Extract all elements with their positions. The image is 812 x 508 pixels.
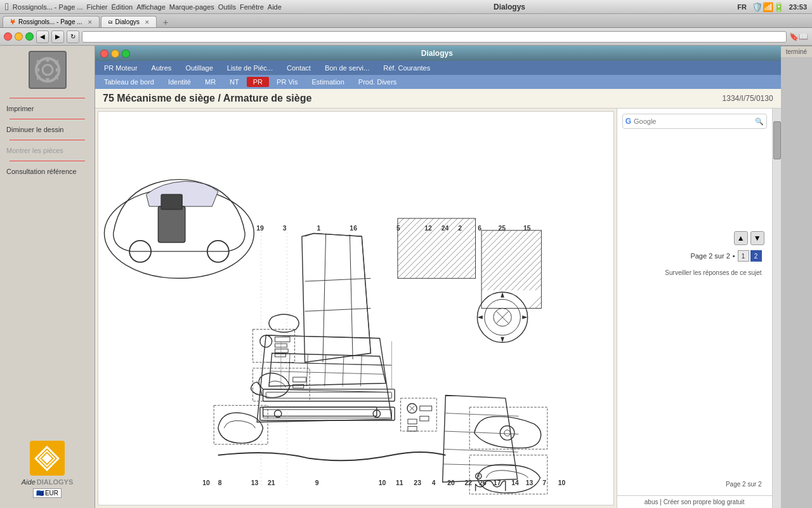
svg-text:11: 11	[396, 479, 403, 486]
part-num-19: 19	[256, 225, 264, 232]
sidebar-divider-1	[10, 98, 85, 98]
window-close-button[interactable]	[4, 32, 12, 41]
surveiller-text[interactable]: Surveiller les réponses de ce sujet	[622, 267, 767, 279]
eur-badge: 🇪🇺 EUR	[33, 488, 62, 498]
submenu-identite[interactable]: Identité	[162, 77, 197, 87]
svg-rect-18	[161, 194, 182, 210]
sidebar-divider-3	[10, 140, 85, 140]
page-num-1[interactable]: 1	[738, 250, 749, 262]
apple-icon[interactable]: 	[5, 1, 9, 13]
dialogys-label: DIALOGYS	[37, 478, 73, 486]
os-menu-item[interactable]: Aide	[268, 3, 282, 11]
diagram-and-panel: 19 3 1 16 5 12 24 2 6 25 15	[95, 109, 781, 508]
app-title: Dialogys	[421, 49, 453, 58]
page-num-2[interactable]: 2	[750, 250, 762, 262]
browser-forward-button[interactable]: ▶	[51, 30, 64, 43]
google-search-bar: G 🔍	[622, 114, 767, 129]
svg-rect-17	[158, 206, 185, 243]
svg-text:23: 23	[414, 479, 421, 486]
browser-tab-1[interactable]: 🗂 Dialogys ✕	[101, 16, 157, 27]
browser-scrollbar[interactable]	[772, 109, 781, 508]
scroll-up-button[interactable]: ▲	[734, 231, 748, 245]
os-menubar:  Rossignols... - Page ... Fichier Éditi…	[0, 0, 812, 14]
part-num-1: 1	[317, 225, 320, 232]
right-panel-spacer	[622, 129, 767, 229]
aide-dialogys: Aide DIALOGYS	[22, 478, 73, 486]
submenu-mr[interactable]: MR	[199, 77, 222, 87]
scroll-down-button[interactable]: ▼	[750, 231, 764, 245]
part-num-16: 16	[350, 225, 357, 232]
menu-contact[interactable]: Contact	[280, 63, 317, 73]
os-menu-item[interactable]: Édition	[112, 3, 133, 11]
os-menu-item[interactable]: Rossignols... - Page ...	[13, 3, 83, 11]
menu-liste-pieces[interactable]: Liste de Piéc...	[221, 63, 279, 73]
os-time: 23:53	[789, 3, 807, 11]
svg-text:20: 20	[447, 479, 455, 486]
sidebar: Imprimer Diminuer le dessin Montrer les …	[0, 46, 95, 508]
tab-label-1: Dialogys	[115, 18, 140, 25]
svg-text:7: 7	[542, 479, 546, 486]
window-minimize-button[interactable]	[15, 32, 23, 41]
tab-close-1[interactable]: ✕	[145, 19, 150, 25]
google-search-input[interactable]	[634, 117, 752, 125]
page-info: Page 2 sur 2 • 1 2	[622, 248, 767, 267]
address-bar[interactable]	[82, 31, 787, 43]
submenu-estimation[interactable]: Estimation	[305, 77, 350, 87]
sidebar-link-montrer[interactable]: Montrer les pièces	[0, 144, 95, 157]
submenu-pr[interactable]: PR	[247, 77, 269, 87]
os-menu-item[interactable]: Marque-pages	[169, 3, 214, 11]
google-search-button[interactable]: 🔍	[755, 117, 764, 126]
app-close-button[interactable]	[100, 50, 108, 58]
submenu-prod-divers[interactable]: Prod. Divers	[352, 77, 403, 87]
browser-reload-button[interactable]: ↻	[67, 30, 79, 43]
svg-point-1	[43, 65, 53, 75]
browser-back-button[interactable]: ◀	[36, 30, 49, 43]
os-menu-item[interactable]: Fichier	[87, 3, 108, 11]
aide-label: Aide	[22, 478, 36, 486]
submenu-nt[interactable]: NT	[223, 77, 246, 87]
eur-label: EUR	[45, 490, 58, 497]
os-menu-item[interactable]: Outils	[218, 3, 236, 11]
os-title: Dialogys	[494, 3, 525, 11]
os-menu-item[interactable]: Fenêtre	[240, 3, 264, 11]
menu-outillage[interactable]: Outillage	[179, 63, 219, 73]
scrollbar-thumb[interactable]	[773, 121, 781, 159]
footer-text: abus | Créer son propre blog gratuit	[645, 498, 745, 505]
svg-text:8: 8	[218, 479, 222, 486]
menu-ref-courantes[interactable]: Réf. Courantes	[377, 63, 436, 73]
page-info-text: Page 2 sur 2	[690, 252, 730, 260]
right-panel: G 🔍 ▲ ▼	[617, 109, 772, 508]
menu-autres[interactable]: Autres	[145, 63, 178, 73]
menu-bon-service[interactable]: Bon de servi...	[318, 63, 376, 73]
app-max-button[interactable]	[122, 50, 130, 58]
sidebar-divider-2	[10, 119, 85, 119]
os-menu-item[interactable]: Affichage	[136, 3, 166, 11]
browser-tab-0[interactable]: 🦊 Rossignols... - Page ... ✕	[3, 16, 100, 27]
svg-point-0	[36, 58, 59, 81]
diagram-area: 19 3 1 16 5 12 24 2 6 25 15	[98, 111, 614, 505]
svg-text:4: 4	[432, 479, 436, 486]
main-container: Imprimer Diminuer le dessin Montrer les …	[0, 46, 812, 508]
right-bottom-page-info: Page 2 sur 2	[622, 478, 767, 490]
app-titlebar: Dialogys	[95, 46, 781, 61]
svg-text:10: 10	[558, 479, 566, 486]
sidebar-link-imprimer[interactable]: Imprimer	[0, 102, 95, 115]
sidebar-link-consultation[interactable]: Consultation référence	[0, 165, 95, 178]
tab-close-0[interactable]: ✕	[88, 19, 93, 25]
right-panel-content: G 🔍 ▲ ▼	[617, 109, 772, 495]
submenu-tableau[interactable]: Tableau de bord	[98, 77, 160, 87]
svg-text:13: 13	[526, 479, 534, 486]
browser-toolbar: ◀ ▶ ↻ 🔖📖	[0, 28, 812, 46]
window-maximize-button[interactable]	[25, 32, 34, 41]
status-text: terminé	[786, 48, 807, 55]
status-bar: terminé	[781, 46, 812, 57]
sidebar-logo	[29, 51, 67, 89]
sidebar-link-diminuer[interactable]: Diminuer le dessin	[0, 123, 95, 136]
submenu-pr-vis[interactable]: PR Vis	[270, 77, 304, 87]
menu-pr-moteur[interactable]: PR Moteur	[98, 63, 144, 73]
app-min-button[interactable]	[111, 50, 119, 58]
svg-text:10: 10	[379, 479, 386, 486]
svg-text:21: 21	[268, 479, 275, 486]
new-tab-button[interactable]: +	[158, 17, 173, 27]
browser-icons: 🔖📖	[789, 32, 808, 41]
